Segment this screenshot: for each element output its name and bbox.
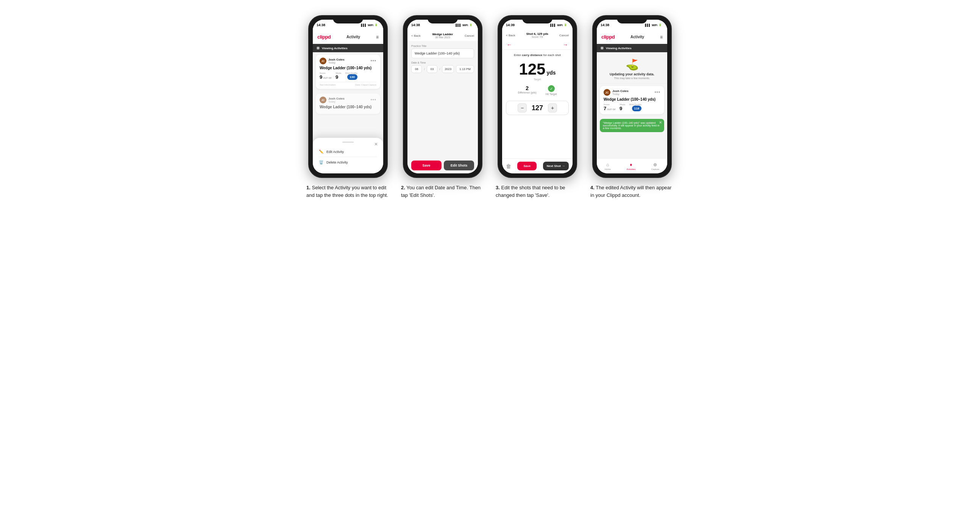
delete-shot-btn[interactable]: 🗑: [506, 163, 511, 169]
edit-shots-btn[interactable]: Edit Shots: [444, 160, 474, 170]
card-header-1: JC Josh Coles Today •••: [320, 57, 376, 64]
form-title-center-2: Wedge Ladder 06 Mar 2023: [432, 33, 453, 39]
user-info-1: Josh Coles Today: [328, 58, 345, 64]
shot-stats: 2 Difference (yds) ✓ Hit Target: [518, 85, 557, 95]
cancel-btn-2[interactable]: Cancel: [465, 34, 474, 38]
menu-icon-4[interactable]: ≡: [660, 35, 663, 40]
hit-target-label: Hit Target: [546, 93, 557, 95]
time-input[interactable]: 1:13 PM: [456, 65, 474, 73]
footer-right-1: Data: Clippd Capture: [355, 84, 376, 86]
wifi-icon-4: WiFi: [652, 24, 657, 27]
caption-1: 1. Select the Activity you want to edit …: [306, 184, 390, 199]
caption-num-2: 2.: [401, 185, 405, 190]
year-input[interactable]: 2023: [442, 65, 454, 73]
target-label: Target: [533, 78, 541, 81]
slash-2: /: [439, 67, 440, 71]
caption-4: 4. The edited Activity will then appear …: [590, 184, 674, 199]
nav-activities[interactable]: ♦ Activities: [626, 162, 635, 170]
day-input[interactable]: 06: [411, 65, 422, 73]
shot-buttons-3: 🗑 Save Next Shot →: [502, 158, 573, 173]
save-btn-2[interactable]: Save: [411, 160, 442, 170]
edit-activity-item[interactable]: ✏️ Edit Activity: [319, 146, 377, 157]
status-icons-4: ▌▌▌ WiFi 🔋: [645, 24, 662, 27]
practice-title-input[interactable]: Wedge Ladder (100–140 yds): [411, 48, 474, 58]
phone-3-container: 14:39 ▌▌▌ WiFi 🔋 < Back Shot 6, 125 yds …: [496, 15, 579, 199]
user-info-4: Josh Coles Today: [612, 89, 628, 95]
menu-icon-1[interactable]: ≡: [376, 35, 379, 40]
next-shot-label: Next Shot: [547, 164, 561, 168]
avatar-4: JC: [604, 89, 611, 96]
card-menu-4[interactable]: •••: [654, 90, 660, 95]
user-info-2: Josh Coles Today: [328, 97, 345, 103]
card-footer-1: Test Information Data: Clippd Capture: [320, 82, 376, 86]
card-menu-1[interactable]: •••: [370, 58, 376, 63]
notch-4: [617, 16, 647, 24]
card-header-4: JC Josh Coles Today •••: [604, 89, 660, 96]
save-btn-3[interactable]: Save: [517, 162, 536, 170]
stats-row-4: Score 7 OUT OF Shots 9 Shot Quality: [604, 103, 660, 111]
shots-group-4: Shots 9: [619, 103, 625, 111]
decrement-btn[interactable]: −: [518, 103, 527, 113]
signal-icon-1: ▌▌▌: [361, 24, 367, 27]
phone-2-inner: 14:38 ▌▌▌ WiFi 🔋 < Back Wedge Ladder 06 …: [407, 20, 478, 173]
shots-value-1: 9: [336, 74, 341, 80]
next-shot-btn[interactable]: Next Shot →: [543, 162, 569, 170]
nav-home[interactable]: ⌂ Home: [605, 162, 611, 170]
increment-btn[interactable]: +: [548, 103, 557, 113]
phone-3: 14:39 ▌▌▌ WiFi 🔋 < Back Shot 6, 125 yds …: [498, 15, 577, 178]
user-name-1: Josh Coles: [328, 58, 345, 61]
viewing-bar-1: ⊞ Viewing Activities: [313, 44, 383, 52]
phone-2-container: 14:38 ▌▌▌ WiFi 🔋 < Back Wedge Ladder 06 …: [401, 15, 484, 199]
toast-close-btn[interactable]: ✕: [659, 121, 662, 125]
month-input[interactable]: 03: [427, 65, 438, 73]
bottom-nav-4: ⌂ Home ♦ Activities ⊕ Capture: [597, 158, 667, 173]
capture-label: Capture: [651, 168, 659, 170]
caption-3: 3. Edit the shots that need to be change…: [496, 184, 579, 199]
score-value-4: 7 OUT OF: [604, 106, 616, 111]
spacer-4: [597, 134, 667, 158]
practice-title-label: Practice Title: [411, 44, 474, 47]
bottom-sheet-1: ✕ ✏️ Edit Activity 🗑️ Delete Activity: [313, 138, 383, 173]
delete-activity-label: Delete Activity: [326, 160, 348, 164]
phone-1-container: 14:38 ▌▌▌ WiFi 🔋 clippd Activity ≡ ⊞: [306, 15, 390, 199]
form-subtitle-2: 06 Mar 2023: [432, 36, 453, 39]
cancel-btn-3[interactable]: Cancel: [559, 34, 569, 37]
wifi-icon-2: WiFi: [462, 24, 468, 27]
nav-capture[interactable]: ⊕ Capture: [651, 162, 659, 170]
card-header-2: JC Josh Coles Today •••: [320, 97, 376, 103]
home-label: Home: [605, 168, 611, 170]
header-title-1: Activity: [347, 35, 360, 39]
distance-num: 125: [519, 61, 545, 77]
shot-header-3: < Back Shot 6, 125 yds Score 7/9 Cancel: [502, 30, 573, 40]
shots-group-1: Shots 9: [336, 72, 341, 80]
date-row-2: 06 / 03 / 2023 1:13 PM: [411, 65, 474, 73]
card-menu-2[interactable]: •••: [370, 97, 376, 103]
quality-group-4: Shot Quality 118: [629, 103, 641, 111]
caption-num-1: 1.: [306, 185, 310, 190]
back-btn-3[interactable]: < Back: [506, 34, 515, 37]
prev-arrow[interactable]: ←: [507, 42, 512, 48]
hit-target-icon: ✓: [548, 85, 555, 92]
score-group-4: Score 7 OUT OF: [604, 103, 616, 111]
status-icons-2: ▌▌▌ WiFi 🔋: [455, 24, 473, 27]
battery-icon-3: 🔋: [564, 24, 567, 27]
distance-display: 125 yds: [519, 61, 555, 77]
shot-body-3: Enter carry distance for each shot 125 y…: [502, 49, 573, 158]
delete-icon: 🗑️: [319, 160, 323, 164]
time-1: 14:38: [317, 23, 325, 27]
user-row-1: JC Josh Coles Today: [320, 57, 345, 64]
caption-num-4: 4.: [590, 185, 595, 190]
delete-activity-item[interactable]: 🗑️ Delete Activity: [319, 157, 377, 167]
back-btn-2[interactable]: < Back: [411, 34, 421, 38]
notch-2: [428, 16, 458, 24]
next-arrow[interactable]: →: [563, 42, 568, 48]
footer-left-1: Test Information: [320, 84, 336, 86]
battery-icon-1: 🔋: [374, 24, 378, 27]
quality-badge-4: 118: [632, 106, 641, 111]
phone-1: 14:38 ▌▌▌ WiFi 🔋 clippd Activity ≡ ⊞: [308, 15, 388, 178]
capture-icon: ⊕: [653, 162, 657, 167]
sheet-close-btn[interactable]: ✕: [374, 141, 378, 147]
score-value-1: 9 OUT OF: [320, 74, 332, 80]
caption-text-3: Edit the shots that need to be changed t…: [496, 185, 565, 198]
edit-icon: ✏️: [319, 149, 323, 154]
